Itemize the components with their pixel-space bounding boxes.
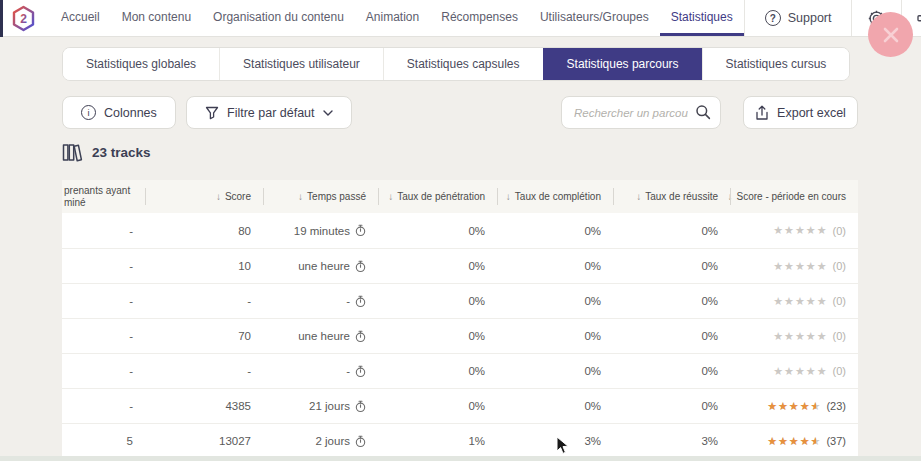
tab-statistiques-cursus[interactable]: Statistiques cursus xyxy=(702,48,850,80)
column-header-score[interactable]: ↓Score xyxy=(145,180,263,213)
nav-item-statistiques[interactable]: Statistiques xyxy=(660,0,744,36)
cell-period-score: ★★★★★★★★★★(0) xyxy=(730,330,858,342)
stopwatch-icon xyxy=(355,365,366,378)
nav-item-organisation-du-contenu[interactable]: Organisation du contenu xyxy=(202,0,355,36)
cell-penetration-rate: 0% xyxy=(378,330,497,342)
cell-penetration-rate: 0% xyxy=(378,400,497,412)
nav-item-r-compenses[interactable]: Récompenses xyxy=(430,0,529,36)
cell-penetration-rate: 1% xyxy=(378,435,497,447)
export-excel-button[interactable]: Export excel xyxy=(743,96,858,129)
cell-success-rate: 0% xyxy=(613,260,730,272)
cell-period-score: ★★★★★★★★★★(0) xyxy=(730,295,858,307)
table-row[interactable]: ---0%0%0%★★★★★★★★★★(0) xyxy=(62,353,858,388)
org-chart-icon xyxy=(917,10,921,27)
column-header-taux-de-p-n-tration[interactable]: ↓Taux de pénétration xyxy=(378,180,497,213)
stars-empty: ★★★★★ xyxy=(773,295,827,307)
tracks-table: prenants ayant miné↓Score↓Temps passé↓Ta… xyxy=(62,180,858,458)
cell-learners-finished: - xyxy=(62,295,145,307)
stars-filled: ★★★★★ xyxy=(767,401,816,412)
cell-period-score: ★★★★★★★★★★(0) xyxy=(730,260,858,272)
info-icon: i xyxy=(81,105,96,120)
table-row[interactable]: -8019 minutes0%0%0%★★★★★★★★★★(0) xyxy=(62,213,858,248)
filter-button[interactable]: Filtre par défaut xyxy=(186,96,352,129)
close-icon xyxy=(881,25,901,45)
cell-score: 10 xyxy=(145,260,263,272)
nav-item-animation[interactable]: Animation xyxy=(355,0,430,36)
cell-time-spent: - xyxy=(263,365,378,378)
filter-label: Filtre par défaut xyxy=(227,106,315,120)
time-value: une heure xyxy=(298,260,350,272)
column-header-temps-pass[interactable]: ↓Temps passé xyxy=(263,180,378,213)
stars-empty: ★★★★★ xyxy=(773,224,827,236)
stars-empty: ★★★★★ xyxy=(773,260,827,272)
cell-score: - xyxy=(145,295,263,307)
search-icon[interactable] xyxy=(695,104,711,120)
support-label: Support xyxy=(788,11,832,25)
cell-completion-rate: 0% xyxy=(497,225,613,237)
cell-period-score: ★★★★★★★★★★(23) xyxy=(730,400,858,412)
rating-stars: ★★★★★★★★★★ xyxy=(773,225,827,236)
column-label: prenants ayant miné xyxy=(64,185,141,209)
cell-success-rate: 0% xyxy=(613,225,730,237)
export-label: Export excel xyxy=(777,106,846,120)
cell-success-rate: 0% xyxy=(613,330,730,342)
cell-penetration-rate: 0% xyxy=(378,260,497,272)
table-row[interactable]: 5130272 jours1%3%3%★★★★★★★★★★(37) xyxy=(62,423,858,458)
time-value: - xyxy=(346,365,350,377)
nav-item-mon-contenu[interactable]: Mon contenu xyxy=(111,0,202,36)
ratings-count: (23) xyxy=(826,400,846,412)
cell-completion-rate: 0% xyxy=(497,295,613,307)
tracks-count-label: 23 tracks xyxy=(92,145,151,160)
column-label: Taux de pénétration xyxy=(397,191,485,202)
nav-item-accueil[interactable]: Accueil xyxy=(50,0,111,36)
ratings-count: (0) xyxy=(833,295,846,307)
cell-completion-rate: 0% xyxy=(497,330,613,342)
nav-item-utilisateurs-groupes[interactable]: Utilisateurs/Groupes xyxy=(529,0,660,36)
top-bar: 2 AccueilMon contenuOrganisation du cont… xyxy=(0,0,921,37)
sort-desc-icon: ↓ xyxy=(388,191,393,202)
table-row[interactable]: -438521 jours0%0%0%★★★★★★★★★★(23) xyxy=(62,388,858,423)
table-row[interactable]: ---0%0%0%★★★★★★★★★★(0) xyxy=(62,283,858,318)
tab-statistiques-capsules[interactable]: Statistiques capsules xyxy=(383,48,543,80)
close-button[interactable] xyxy=(868,12,913,57)
cell-success-rate: 0% xyxy=(613,400,730,412)
tracks-summary: 23 tracks xyxy=(62,143,151,162)
cell-period-score: ★★★★★★★★★★(0) xyxy=(730,225,858,237)
sort-desc-icon: ↓ xyxy=(506,191,511,202)
search-field xyxy=(561,96,721,129)
column-header-prenants-ayant-min: prenants ayant miné xyxy=(62,180,145,213)
ratings-count: (0) xyxy=(833,330,846,342)
app-logo[interactable]: 2 xyxy=(0,0,50,36)
cell-time-spent: 2 jours xyxy=(263,435,378,448)
tab-statistiques-parcours[interactable]: Statistiques parcours xyxy=(543,48,702,80)
stars-empty: ★★★★★ xyxy=(773,330,827,342)
table-row[interactable]: -70une heure0%0%0%★★★★★★★★★★(0) xyxy=(62,318,858,353)
ratings-count: (0) xyxy=(833,225,846,237)
stopwatch-icon xyxy=(355,260,366,273)
cell-completion-rate: 3% xyxy=(497,435,613,447)
books-icon xyxy=(62,143,83,162)
cell-period-score: ★★★★★★★★★★(0) xyxy=(730,365,858,377)
column-header-score-p-riode-en-cours[interactable]: ↓Score - période en cours xyxy=(730,180,858,213)
cell-period-score: ★★★★★★★★★★(37) xyxy=(730,435,858,447)
question-icon: ? xyxy=(765,10,781,26)
table-row[interactable]: -10une heure0%0%0%★★★★★★★★★★(0) xyxy=(62,248,858,283)
cell-time-spent: - xyxy=(263,295,378,308)
support-button[interactable]: ? Support xyxy=(745,0,852,36)
cell-score: 80 xyxy=(145,225,263,237)
statistics-tabs: Statistiques globalesStatistiques utilis… xyxy=(62,47,850,81)
tab-statistiques-utilisateur[interactable]: Statistiques utilisateur xyxy=(219,48,383,80)
columns-button[interactable]: i Colonnes xyxy=(62,96,176,129)
column-header-taux-de-r-ussite[interactable]: ↓Taux de réussite xyxy=(613,180,730,213)
time-value: 2 jours xyxy=(315,435,350,447)
tab-statistiques-globales[interactable]: Statistiques globales xyxy=(63,48,219,80)
time-value: 19 minutes xyxy=(294,225,350,237)
column-header-taux-de-compl-tion[interactable]: ↓Taux de complétion xyxy=(497,180,613,213)
cell-penetration-rate: 0% xyxy=(378,295,497,307)
ratings-count: (0) xyxy=(833,365,846,377)
rating-stars: ★★★★★★★★★★ xyxy=(767,436,821,447)
cell-completion-rate: 0% xyxy=(497,260,613,272)
cell-success-rate: 0% xyxy=(613,365,730,377)
sort-desc-icon: ↓ xyxy=(216,191,221,202)
cell-penetration-rate: 0% xyxy=(378,365,497,377)
